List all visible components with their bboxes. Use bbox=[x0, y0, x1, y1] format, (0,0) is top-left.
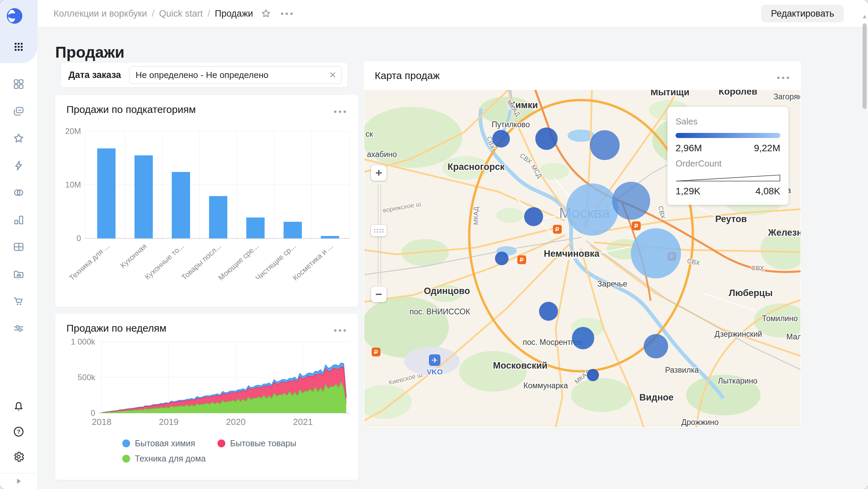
datalens-logo-icon[interactable] bbox=[6, 7, 23, 24]
map-label: Загорянски bbox=[773, 92, 801, 101]
breadcrumb-workbook[interactable]: Quick start bbox=[159, 8, 203, 19]
sales-bubble[interactable] bbox=[590, 130, 620, 160]
bar-x-label: Кухонные то... bbox=[143, 242, 185, 281]
legend-label: Бытовая химия bbox=[135, 438, 195, 448]
functions-icon[interactable] bbox=[11, 158, 26, 173]
breadcrumb: Коллекции и воркбуки / Quick start / Про… bbox=[54, 8, 253, 19]
map-menu-icon[interactable] bbox=[774, 73, 792, 82]
sales-min-value: 2,96M bbox=[676, 143, 702, 154]
area-chart-title: Продажи по неделям bbox=[66, 322, 166, 334]
widgets-icon[interactable] bbox=[11, 77, 26, 92]
breadcrumb-collections[interactable]: Коллекции и воркбуки bbox=[54, 8, 147, 19]
collections-icon[interactable] bbox=[11, 104, 26, 119]
map-viewport[interactable]: МытищиКоролёвЗагорянскискахабиноХимкиПут… bbox=[364, 90, 801, 427]
bar-x-label: Чистящие ср... bbox=[254, 242, 297, 282]
clear-filter-icon[interactable]: ✕ bbox=[329, 70, 336, 80]
legend-label: Бытовые товары bbox=[230, 438, 296, 448]
area-chart-menu-icon[interactable] bbox=[331, 326, 349, 335]
map-label: МКАД bbox=[472, 207, 479, 225]
railway-station-icon: Р bbox=[632, 221, 641, 230]
map-zoom-in-button[interactable]: + bbox=[371, 165, 387, 181]
map-zoom-out-button[interactable]: − bbox=[371, 287, 387, 302]
map-label: Реутов bbox=[715, 214, 747, 224]
page-scrollbar[interactable]: ▲ bbox=[862, 14, 867, 109]
date-range-input[interactable] bbox=[129, 66, 342, 84]
svg-text:✈: ✈ bbox=[432, 356, 438, 365]
page-title: Продажи bbox=[55, 43, 124, 61]
svg-text:?: ? bbox=[17, 429, 20, 435]
bar-x-label: Техника для ... bbox=[67, 242, 111, 282]
charts-icon[interactable] bbox=[11, 212, 26, 227]
map-label: ахабино bbox=[367, 150, 397, 159]
ordercount-min-value: 1,29K bbox=[676, 186, 700, 197]
bar-0[interactable] bbox=[97, 149, 116, 238]
help-icon[interactable]: ? bbox=[11, 424, 26, 439]
date-filter-widget: Дата заказа ✕ bbox=[61, 63, 347, 87]
bar-5[interactable] bbox=[284, 222, 302, 238]
scrollbar-up-icon[interactable]: ▲ bbox=[862, 14, 868, 19]
legend-dot-icon bbox=[122, 455, 130, 463]
sales-bubble[interactable] bbox=[631, 228, 681, 278]
ordercount-max-value: 4,08K bbox=[756, 186, 780, 197]
bar-x-label: Косметика и ... bbox=[291, 242, 334, 282]
map-label: Московский bbox=[493, 360, 547, 371]
sales-bubble[interactable] bbox=[587, 369, 599, 381]
bar-y-tick: 0 bbox=[77, 234, 81, 243]
map-zoom-slider-handle[interactable] bbox=[371, 225, 387, 236]
sales-bubble[interactable] bbox=[492, 130, 510, 148]
sales-max-value: 9,22M bbox=[754, 143, 780, 154]
area-chart[interactable]: 20182019202020211 000k500k0 bbox=[55, 337, 358, 436]
bar-2[interactable] bbox=[172, 172, 190, 238]
sales-bubble[interactable] bbox=[539, 302, 558, 321]
map-label: Люберцы bbox=[729, 288, 773, 298]
bar-1[interactable] bbox=[135, 155, 153, 238]
map-label: СВХ bbox=[751, 265, 764, 272]
bar-chart[interactable]: 20M10M0Техника для ...КухоннаяКухонные т… bbox=[55, 119, 358, 307]
area-y-tick: 0 bbox=[91, 408, 95, 417]
favorite-star-icon[interactable] bbox=[261, 8, 271, 19]
bar-4[interactable] bbox=[246, 217, 265, 238]
scrollbar-thumb[interactable] bbox=[863, 23, 867, 109]
storage-icon[interactable] bbox=[11, 267, 26, 281]
sales-gradient-bar bbox=[676, 133, 780, 138]
sales-bubble[interactable] bbox=[495, 252, 509, 265]
filter-label: Дата заказа bbox=[68, 70, 121, 80]
map-label: Одинцово bbox=[424, 286, 470, 296]
sales-bubble[interactable] bbox=[524, 207, 543, 226]
edit-button[interactable]: Редактировать bbox=[761, 5, 844, 22]
marketplace-icon[interactable] bbox=[11, 294, 26, 309]
sales-bubble[interactable] bbox=[612, 182, 650, 220]
legend-item[interactable]: Техника для дома bbox=[122, 454, 206, 464]
apps-grid-icon[interactable] bbox=[11, 39, 26, 54]
dashboards-icon[interactable] bbox=[11, 239, 26, 254]
sales-bubble[interactable] bbox=[535, 128, 558, 150]
service-settings-icon[interactable] bbox=[11, 321, 26, 336]
area-x-tick: 2018 bbox=[92, 417, 111, 427]
bar-3[interactable] bbox=[209, 196, 227, 238]
settings-icon[interactable] bbox=[11, 449, 26, 464]
legend-item[interactable]: Бытовые товары bbox=[218, 438, 296, 448]
legend-item[interactable]: Бытовая химия bbox=[122, 438, 195, 448]
legend-dot-icon bbox=[122, 439, 130, 447]
notifications-icon[interactable] bbox=[11, 399, 26, 414]
connections-icon[interactable] bbox=[11, 185, 26, 200]
map-label: Железнодо bbox=[768, 228, 801, 238]
area-x-tick: 2019 bbox=[159, 417, 179, 427]
sidebar-expand-button[interactable] bbox=[0, 473, 37, 489]
sales-bubble[interactable] bbox=[566, 183, 618, 236]
sales-bubble[interactable] bbox=[644, 334, 668, 358]
breadcrumb-menu-icon[interactable] bbox=[277, 9, 296, 18]
map-card: Карта продаж bbox=[364, 61, 801, 428]
top-header: Коллекции и воркбуки / Quick start / Про… bbox=[37, 0, 868, 27]
map-label: Мытищи bbox=[650, 90, 689, 97]
bar-chart-menu-icon[interactable] bbox=[331, 107, 349, 116]
favorites-icon[interactable] bbox=[11, 131, 26, 146]
sales-bubble[interactable] bbox=[572, 327, 594, 349]
legend-label: Техника для дома bbox=[135, 454, 206, 464]
svg-text:Р: Р bbox=[634, 223, 638, 229]
bar-chart-card: Продажи по подкатегориям 20M10M0Техника … bbox=[55, 95, 358, 307]
railway-station-icon: Р bbox=[553, 225, 562, 234]
railway-station-icon: Р bbox=[372, 348, 380, 356]
bar-6[interactable] bbox=[321, 236, 339, 238]
map-label: Развилка bbox=[665, 366, 699, 374]
